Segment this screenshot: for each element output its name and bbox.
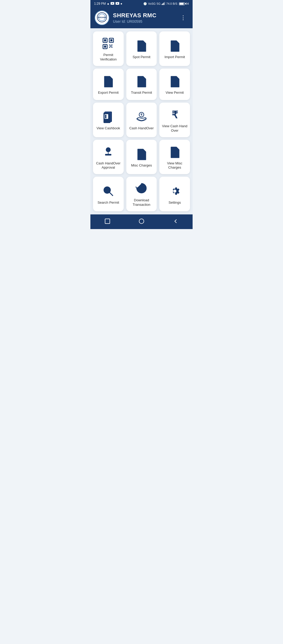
download-transaction-label: Download Transaction (128, 198, 155, 207)
whatsapp-icon: ● (107, 2, 109, 6)
download-sync-icon (135, 182, 148, 196)
settings-label: Settings (168, 201, 181, 205)
grid-item-settings[interactable]: Settings (159, 177, 190, 211)
grid-item-import-permit[interactable]: Import Permit (159, 31, 190, 66)
svg-rect-20 (111, 47, 112, 48)
svg-rect-14 (110, 39, 112, 41)
app-header: WBSAMB SHREYAS RMC User Id: UR00595 ⋮ (90, 7, 193, 28)
doc-export-icon (101, 74, 115, 88)
svg-text:₹: ₹ (172, 109, 178, 120)
grid-item-transit-permit[interactable]: Transit Permit (126, 69, 157, 100)
svg-rect-7 (164, 2, 165, 5)
grid-item-search-permit[interactable]: Search Permit (93, 177, 124, 211)
bottom-nav (90, 214, 193, 229)
svg-rect-16 (104, 46, 106, 48)
grid-item-misc-charges[interactable]: Misc Charges (126, 140, 157, 174)
doc-edit2-icon (135, 147, 148, 161)
speed-label: 74.0 B/S (166, 2, 177, 5)
network-label: 5G (157, 2, 161, 5)
permit-verification-label: Permit Verification (95, 53, 122, 62)
transit-permit-label: Transit Permit (131, 91, 152, 95)
svg-text:₹: ₹ (140, 113, 143, 117)
cash-handover-label: Cash HandOver (129, 126, 154, 131)
grid-item-permit-verification[interactable]: Permit Verification (93, 31, 124, 66)
svg-rect-17 (109, 45, 110, 46)
grid-item-cash-handover-approval[interactable]: Cash HandOver Approval (93, 140, 124, 174)
svg-rect-19 (109, 47, 110, 48)
youtube-icon (111, 2, 114, 5)
grid-item-spot-permit[interactable]: Spot Permit (126, 31, 157, 66)
nav-back-button[interactable] (172, 218, 179, 225)
cashbook-icon (101, 110, 115, 124)
dot-icon: ● (121, 2, 122, 5)
misc-charges-label: Misc Charges (131, 163, 152, 168)
grid-item-download-transaction[interactable]: Download Transaction (126, 177, 157, 211)
vosg-label: VoSG (148, 2, 156, 5)
svg-rect-21 (110, 46, 111, 47)
view-cash-handover-label: View Cash Hand Over (161, 124, 188, 133)
svg-text:WBSAMB: WBSAMB (98, 16, 106, 18)
cash-handover-approval-label: Cash HandOver Approval (95, 161, 122, 170)
status-left: 1:29 PM ● ● (94, 2, 122, 6)
signal-icon (162, 2, 165, 5)
user-id: User Id: UR00595 (113, 19, 175, 24)
svg-rect-4 (162, 4, 162, 5)
export-permit-label: Export Permit (98, 91, 119, 95)
grid-item-cash-handover[interactable]: ₹ Cash HandOver (126, 103, 157, 137)
status-right: 🕐 VoSG 5G 74.0 B/S 84 (143, 2, 189, 5)
search-permit-label: Search Permit (97, 201, 119, 205)
svg-rect-6 (164, 3, 164, 5)
nav-home-button[interactable] (138, 218, 145, 225)
svg-point-45 (139, 219, 144, 224)
doc-edit-icon (135, 39, 148, 52)
import-permit-label: Import Permit (165, 55, 185, 59)
rupee-icon: ₹ (168, 108, 182, 121)
doc-plain2-icon (168, 145, 182, 159)
cash-handover-icon: ₹ (135, 110, 148, 124)
svg-point-36 (107, 149, 109, 151)
spot-permit-label: Spot Permit (133, 55, 150, 59)
youtube-icon2 (116, 2, 119, 5)
battery-level: 84 (186, 2, 189, 5)
grid-item-export-permit[interactable]: Export Permit (93, 69, 124, 100)
grid-item-view-misc-charges[interactable]: View Misc Charges (159, 140, 190, 174)
search-icon (101, 184, 115, 198)
alarm-icon: 🕐 (143, 2, 147, 5)
app-name: SHREYAS RMC (113, 12, 175, 19)
menu-grid: Permit Verification Spot Permit Import P… (90, 28, 193, 214)
svg-rect-44 (105, 219, 110, 224)
gear-icon (168, 184, 182, 198)
battery-icon (179, 2, 185, 5)
svg-line-43 (110, 192, 113, 196)
grid-item-view-cashbook[interactable]: View Cashbook (93, 103, 124, 137)
grid-item-view-cash-handover[interactable]: ₹ View Cash Hand Over (159, 103, 190, 137)
grid-item-view-permit[interactable]: View Permit (159, 69, 190, 100)
status-bar: 1:29 PM ● ● 🕐 VoSG 5G 74.0 B/S 84 (90, 0, 193, 7)
view-misc-charges-label: View Misc Charges (161, 161, 188, 170)
nav-square-button[interactable] (104, 218, 111, 225)
time: 1:29 PM (94, 2, 106, 5)
svg-point-42 (104, 187, 110, 193)
location-stamp-icon (101, 145, 115, 159)
header-info: SHREYAS RMC User Id: UR00595 (113, 12, 175, 24)
svg-rect-12 (104, 39, 106, 41)
app-logo: WBSAMB (95, 10, 109, 25)
doc-transfer-icon (135, 74, 148, 88)
svg-rect-31 (105, 115, 106, 118)
view-permit-label: View Permit (166, 91, 184, 95)
qr-code-icon (101, 37, 115, 50)
menu-button[interactable]: ⋮ (178, 13, 188, 22)
view-cashbook-label: View Cashbook (96, 126, 120, 131)
doc-upload-icon (168, 39, 182, 52)
svg-rect-37 (105, 154, 111, 156)
doc-plain-icon (168, 74, 182, 88)
svg-rect-5 (162, 3, 163, 5)
svg-rect-18 (111, 45, 112, 46)
